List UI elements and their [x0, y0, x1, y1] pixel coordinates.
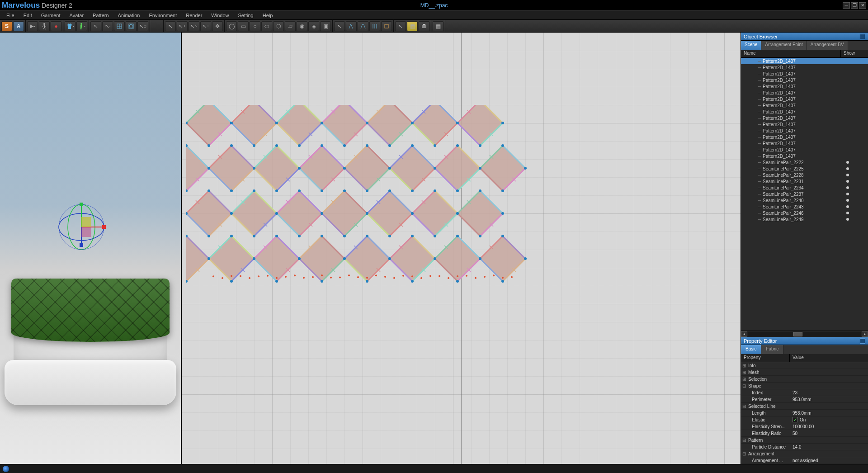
expand-toggle-icon[interactable]: ⊟ — [741, 438, 747, 443]
property-row[interactable]: ⊟Selected Line — [741, 403, 868, 410]
pattern-vertex[interactable] — [275, 212, 278, 215]
pattern-vertex[interactable] — [253, 257, 255, 260]
visibility-toggle-icon[interactable] — [846, 167, 849, 170]
pattern-vertex[interactable] — [366, 189, 368, 192]
pattern-vertex[interactable] — [298, 257, 301, 260]
pattern-vertex[interactable] — [388, 167, 391, 170]
object-row[interactable]: SeamLinePair_2225 — [741, 166, 868, 172]
object-row[interactable]: Pattern2D_1407 — [741, 77, 868, 83]
pattern-vertex[interactable] — [456, 144, 459, 147]
2d-pattern-viewport[interactable] — [182, 33, 741, 464]
object-row[interactable]: SeamLinePair_2234 — [741, 184, 868, 191]
pattern-piece[interactable] — [480, 236, 525, 281]
visibility-toggle-icon[interactable] — [846, 180, 849, 183]
visibility-toggle-icon[interactable] — [846, 174, 849, 176]
object-row[interactable]: SeamLinePair_2249 — [741, 216, 868, 222]
circle-tool[interactable]: ○ — [250, 21, 260, 31]
garment-display-button[interactable]: ▾ — [65, 21, 75, 31]
pattern-vertex[interactable] — [230, 144, 233, 147]
select-tool-3d[interactable]: ↖ — [90, 21, 101, 31]
pattern-vertex[interactable] — [366, 235, 368, 237]
object-row[interactable]: SeamLinePair_2246 — [741, 210, 868, 216]
property-row[interactable]: ⊞Selection — [741, 376, 868, 383]
pattern-vertex[interactable] — [343, 189, 346, 192]
pattern-vertex[interactable] — [501, 122, 504, 124]
pattern-vertex[interactable] — [208, 257, 210, 260]
column-name[interactable]: Name — [741, 50, 841, 57]
object-row[interactable]: Pattern2D_1407 — [741, 109, 868, 115]
property-value[interactable]: 100000.00 — [790, 424, 868, 429]
object-row[interactable]: Pattern2D_1407 — [741, 153, 868, 159]
checkbox-icon[interactable]: ✓ — [793, 417, 798, 422]
pattern-piece[interactable] — [367, 191, 412, 236]
pattern-piece[interactable] — [412, 191, 458, 236]
pattern-vertex[interactable] — [456, 189, 459, 192]
pattern-piece[interactable] — [458, 105, 503, 146]
ellipse-tool[interactable]: ⬭ — [261, 21, 272, 31]
property-row[interactable]: Arrangement ...not assigned — [741, 457, 868, 464]
3d-viewport[interactable] — [0, 33, 182, 464]
pattern-piece[interactable] — [186, 191, 231, 236]
pattern-vertex[interactable] — [411, 235, 414, 237]
expand-toggle-icon[interactable]: ⊟ — [741, 451, 747, 456]
pattern-vertex[interactable] — [321, 280, 323, 283]
property-row[interactable]: ⊞Mesh — [741, 369, 868, 376]
pattern-vertex[interactable] — [434, 144, 436, 147]
object-row[interactable]: Pattern2D_1407 — [741, 147, 868, 153]
column-value[interactable]: Value — [790, 354, 868, 362]
seam-select-tool[interactable]: ↖ — [334, 21, 345, 31]
property-row[interactable]: Index23 — [741, 389, 868, 396]
property-row[interactable]: ⊟Arrangement — [741, 450, 868, 457]
tab-arrangement-bv[interactable]: Arrangement BV — [807, 41, 848, 50]
pattern-vertex[interactable] — [275, 144, 278, 147]
pattern-piece[interactable] — [277, 191, 322, 236]
pattern-vertex[interactable] — [343, 235, 346, 237]
pattern-vertex[interactable] — [298, 144, 301, 147]
property-row[interactable]: Perimeter953.0mm — [741, 396, 868, 403]
pattern-piece[interactable] — [299, 236, 344, 281]
property-row[interactable]: ⊟Shape — [741, 383, 868, 389]
scroll-right-button[interactable]: ▸ — [862, 331, 868, 337]
menu-setting[interactable]: Setting — [233, 12, 258, 19]
property-editor-collapse-button[interactable] — [860, 338, 865, 344]
pattern-vertex[interactable] — [275, 235, 278, 237]
object-browser-list[interactable]: Pattern2D_1407Pattern2D_1407Pattern2D_14… — [741, 58, 868, 331]
pattern-vertex[interactable] — [230, 122, 233, 124]
gizmo-move-tool[interactable] — [114, 21, 125, 31]
pattern-piece[interactable] — [254, 146, 299, 191]
close-button[interactable]: ✕ — [859, 2, 866, 9]
grid-toggle-button[interactable]: ▦ — [433, 21, 443, 31]
menu-edit[interactable]: Edit — [19, 12, 37, 19]
property-row[interactable]: ⊞Info — [741, 362, 868, 369]
pattern-vertex[interactable] — [501, 235, 504, 237]
internal-rect-tool[interactable]: ▱ — [285, 21, 296, 31]
menu-garment[interactable]: Garment — [37, 12, 65, 19]
scroll-left-button[interactable]: ◂ — [741, 331, 747, 337]
pattern-vertex[interactable] — [253, 189, 255, 192]
visibility-toggle-icon[interactable] — [846, 218, 849, 221]
object-row[interactable]: Pattern2D_1407 — [741, 140, 868, 147]
visibility-toggle-icon[interactable] — [846, 161, 849, 164]
object-row[interactable]: SeamLinePair_2237 — [741, 191, 868, 197]
column-property[interactable]: Property — [741, 354, 790, 362]
pattern-vertex[interactable] — [411, 212, 414, 215]
pattern-vertex[interactable] — [253, 167, 255, 170]
texture-button[interactable]: ▦ — [407, 21, 418, 31]
pattern-vertex[interactable] — [230, 280, 233, 283]
pattern-piece[interactable] — [299, 146, 344, 191]
pattern-vertex[interactable] — [366, 280, 368, 283]
object-row[interactable]: Pattern2D_1407 — [741, 96, 868, 102]
property-row[interactable]: Particle Distance14.0 — [741, 444, 868, 450]
pattern-piece[interactable] — [367, 105, 412, 146]
object-row[interactable]: Pattern2D_1407 — [741, 102, 868, 109]
pattern-vertex[interactable] — [479, 189, 481, 192]
visibility-toggle-icon[interactable] — [846, 199, 849, 202]
pattern-vertex[interactable] — [411, 189, 414, 192]
object-row[interactable]: Pattern2D_1407 — [741, 71, 868, 77]
dart-tool[interactable]: ◈ — [308, 21, 319, 31]
pattern-piece[interactable] — [186, 236, 209, 281]
visibility-toggle-icon[interactable] — [846, 212, 849, 214]
pattern-vertex[interactable] — [501, 212, 504, 215]
object-row[interactable]: Pattern2D_1407 — [741, 90, 868, 96]
object-row[interactable]: Pattern2D_1407 — [741, 83, 868, 90]
